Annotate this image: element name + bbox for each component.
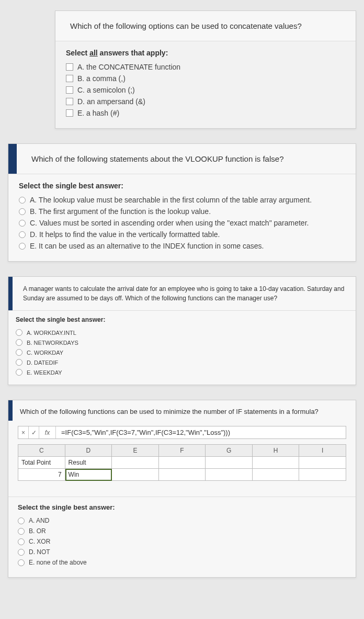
q1-instruction: Select all answers that apply:: [66, 49, 345, 57]
col-g: G: [206, 445, 253, 457]
radio-icon[interactable]: [19, 220, 26, 227]
active-cell: Win: [65, 469, 112, 481]
radio-icon[interactable]: [16, 339, 22, 346]
radio-icon[interactable]: [16, 359, 22, 366]
q4-option-b[interactable]: B. OR: [18, 526, 346, 536]
question-4-prompt: Which of the following functions can be …: [20, 408, 348, 415]
question-4-answers: Select the single best answer: A. AND B.…: [8, 497, 356, 577]
checkbox-icon[interactable]: [66, 86, 73, 94]
col-i: I: [299, 445, 346, 457]
checkbox-icon[interactable]: [66, 98, 73, 105]
q3-option-a[interactable]: A. WORKDAY.INTL: [16, 328, 348, 337]
accent-bar: [8, 400, 13, 421]
q1-option-e[interactable]: E. a hash (#): [66, 107, 345, 119]
q3-instruction: Select the single best answer:: [16, 316, 348, 323]
question-1-header: Which of the following options can be us…: [55, 11, 356, 41]
checkbox-icon[interactable]: [66, 63, 73, 71]
radio-icon[interactable]: [18, 528, 25, 535]
radio-icon[interactable]: [18, 559, 25, 566]
q4-option-c[interactable]: C. XOR: [18, 536, 346, 547]
question-3-answers: Select the single best answer: A. WORKDA…: [8, 310, 356, 385]
question-2-answers: Select the single best answer: A. The lo…: [8, 174, 356, 261]
question-1: Which of the following options can be us…: [55, 10, 356, 129]
q2-option-a[interactable]: A. The lookup value must be searchable i…: [19, 194, 345, 206]
spreadsheet-preview: × ✓ fx =IF(C3=5,"Win",IF(C3=7,"Win",IF(C…: [8, 421, 356, 497]
column-headers: C D E F G H I: [18, 444, 346, 457]
formula-bar: × ✓ fx =IF(C3=5,"Win",IF(C3=7,"Win",IF(C…: [18, 426, 346, 439]
question-3: A manager wants to calculate the arrival…: [8, 276, 356, 385]
radio-icon[interactable]: [18, 538, 25, 545]
col-h: H: [253, 445, 300, 457]
radio-icon[interactable]: [19, 231, 26, 238]
question-3-header: A manager wants to calculate the arrival…: [8, 277, 356, 310]
formula-text: =IF(C3=5,"Win",IF(C3=7,"Win",IF(C3=12,"W…: [56, 426, 346, 438]
radio-icon[interactable]: [19, 243, 26, 250]
checkbox-icon[interactable]: [66, 75, 73, 82]
question-2-prompt: Which of the following statements about …: [31, 154, 341, 163]
checkbox-icon[interactable]: [66, 109, 73, 117]
question-3-prompt: A manager wants to calculate the arrival…: [23, 284, 345, 303]
q3-option-b[interactable]: B. NETWORKDAYS: [16, 337, 348, 347]
question-4: Which of the following functions can be …: [8, 400, 356, 578]
q2-option-d[interactable]: D. It helps to find the value in the ver…: [19, 229, 345, 240]
q1-option-d[interactable]: D. an ampersand (&): [66, 96, 345, 107]
q1-option-a[interactable]: A. the CONCATENATE function: [66, 61, 345, 73]
radio-icon[interactable]: [19, 197, 26, 204]
question-1-prompt: Which of the following options can be us…: [70, 21, 341, 30]
q4-option-a[interactable]: A. AND: [18, 515, 346, 526]
question-2: Which of the following statements about …: [8, 143, 356, 262]
radio-icon[interactable]: [19, 208, 26, 215]
confirm-icon: ✓: [29, 426, 39, 438]
q3-option-e[interactable]: E. WEEKDAY: [16, 367, 348, 377]
accent-bar: [8, 277, 13, 310]
q2-option-b[interactable]: B. The first argument of the function is…: [19, 206, 345, 217]
q3-option-d[interactable]: D. DATEDIF: [16, 357, 348, 367]
question-4-header: Which of the following functions can be …: [8, 400, 356, 421]
radio-icon[interactable]: [16, 369, 22, 376]
table-row: 7 Win: [18, 469, 346, 481]
radio-icon[interactable]: [18, 549, 25, 556]
q1-option-c[interactable]: C. a semicolon (;): [66, 84, 345, 96]
question-1-answers: Select all answers that apply: A. the CO…: [55, 41, 356, 128]
cancel-icon: ×: [18, 426, 29, 438]
fx-label: fx: [39, 426, 56, 438]
question-2-header: Which of the following statements about …: [8, 144, 356, 174]
col-d: D: [65, 445, 112, 457]
q3-option-c[interactable]: C. WORKDAY: [16, 347, 348, 357]
q2-option-c[interactable]: C. Values must be sorted in ascending or…: [19, 217, 345, 229]
radio-icon[interactable]: [18, 517, 25, 524]
q4-option-e[interactable]: E. none of the above: [18, 557, 346, 568]
col-e: E: [112, 445, 159, 457]
table-row: Total Point Result: [18, 457, 346, 469]
radio-icon[interactable]: [16, 329, 22, 336]
col-c: C: [18, 445, 65, 457]
q2-instruction: Select the single best answer:: [19, 182, 345, 190]
q4-instruction: Select the single best answer:: [18, 503, 346, 511]
q1-option-b[interactable]: B. a comma (,): [66, 73, 345, 84]
accent-bar: [8, 144, 17, 174]
q4-option-d[interactable]: D. NOT: [18, 547, 346, 557]
q2-option-e[interactable]: E. It can be used as an alternative to t…: [19, 240, 345, 252]
radio-icon[interactable]: [16, 349, 22, 356]
col-f: F: [159, 445, 206, 457]
